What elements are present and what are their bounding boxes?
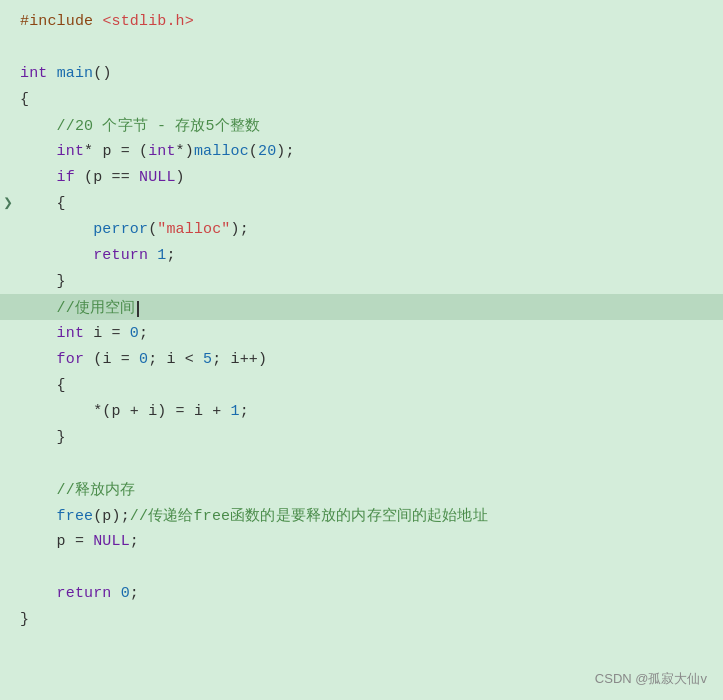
code-line-24: }	[0, 606, 723, 632]
line-content-18	[16, 455, 723, 472]
code-line-16: *(p + i) = i + 1;	[0, 398, 723, 424]
line-content-20: free(p);//传递给free函数的是要释放的内存空间的起始地址	[16, 506, 723, 525]
code-line-3: int main()	[0, 60, 723, 86]
line-content-9: perror("malloc");	[16, 221, 723, 238]
code-line-19: //释放内存	[0, 476, 723, 502]
code-line-10: return 1;	[0, 242, 723, 268]
line-content-11: }	[16, 273, 723, 290]
line-content-3: int main()	[16, 65, 723, 82]
line-content-22	[16, 559, 723, 576]
line-content-13: int i = 0;	[16, 325, 723, 342]
line-content-8: {	[16, 195, 723, 212]
line-content-15: {	[16, 377, 723, 394]
code-line-8: ❯ {	[0, 190, 723, 216]
code-line-22	[0, 554, 723, 580]
line-content-19: //释放内存	[16, 480, 723, 499]
line-content-10: return 1;	[16, 247, 723, 264]
code-line-15: {	[0, 372, 723, 398]
code-line-6: int* p = (int*)malloc(20);	[0, 138, 723, 164]
code-line-14: for (i = 0; i < 5; i++)	[0, 346, 723, 372]
line-content-12: //使用空间	[16, 298, 723, 317]
line-content-2	[16, 39, 723, 56]
line-content-7: if (p == NULL)	[16, 169, 723, 186]
line-content-4: {	[16, 91, 723, 108]
line-content-14: for (i = 0; i < 5; i++)	[16, 351, 723, 368]
code-line-17: }	[0, 424, 723, 450]
code-line-23: return 0;	[0, 580, 723, 606]
code-line-12: //使用空间	[0, 294, 723, 320]
code-line-7: if (p == NULL)	[0, 164, 723, 190]
line-content-6: int* p = (int*)malloc(20);	[16, 143, 723, 160]
code-line-5: //20 个字节 - 存放5个整数	[0, 112, 723, 138]
line-content-16: *(p + i) = i + 1;	[16, 403, 723, 420]
line-content-1: #include <stdlib.h>	[16, 13, 723, 30]
watermark: CSDN @孤寂大仙v	[595, 670, 707, 688]
code-line-9: perror("malloc");	[0, 216, 723, 242]
gutter-arrow-8: ❯	[0, 193, 16, 213]
code-line-21: p = NULL;	[0, 528, 723, 554]
code-line-18	[0, 450, 723, 476]
code-line-1: #include <stdlib.h>	[0, 8, 723, 34]
code-line-4: {	[0, 86, 723, 112]
line-content-17: }	[16, 429, 723, 446]
code-line-2	[0, 34, 723, 60]
code-line-13: int i = 0;	[0, 320, 723, 346]
line-content-24: }	[16, 611, 723, 628]
line-content-21: p = NULL;	[16, 533, 723, 550]
code-line-20: free(p);//传递给free函数的是要释放的内存空间的起始地址	[0, 502, 723, 528]
code-line-11: }	[0, 268, 723, 294]
line-content-23: return 0;	[16, 585, 723, 602]
line-content-5: //20 个字节 - 存放5个整数	[16, 116, 723, 135]
code-editor: #include <stdlib.h> int main() { //20 个字…	[0, 0, 723, 700]
